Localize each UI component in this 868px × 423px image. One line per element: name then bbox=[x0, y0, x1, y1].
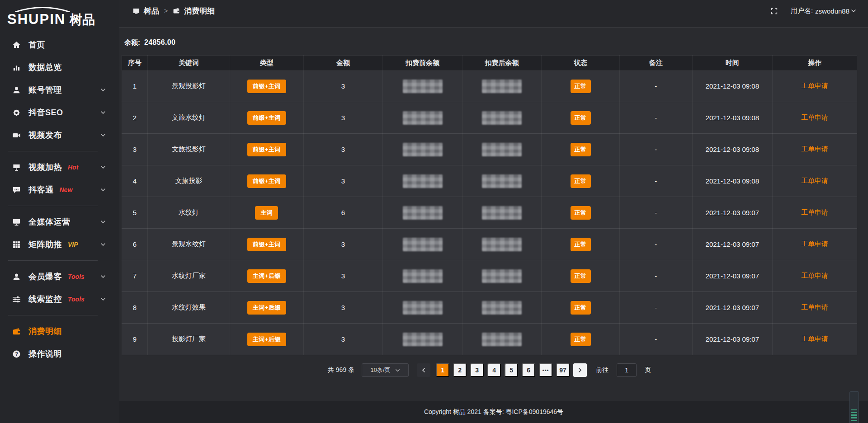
cell-index: 3 bbox=[122, 134, 148, 165]
table-row: 2文旅水纹灯前缀+主词3正常-2021-12-03 09:08工单申请 bbox=[122, 102, 857, 134]
sidebar-item-home[interactable]: 首页 bbox=[0, 33, 119, 56]
sidebar-item-label: 消费明细 bbox=[28, 326, 62, 337]
jump-page-input[interactable] bbox=[617, 363, 637, 377]
floating-widget[interactable] bbox=[849, 391, 859, 423]
page-buttons: 123456•••97 bbox=[436, 363, 570, 377]
page-size-select[interactable]: 10条/页 bbox=[362, 363, 409, 377]
cell-balance-after bbox=[462, 102, 542, 134]
cell-remark: - bbox=[619, 70, 692, 102]
breadcrumb-root[interactable]: 树品 bbox=[144, 6, 159, 16]
cell-status: 正常 bbox=[542, 102, 619, 134]
masked-value bbox=[482, 143, 522, 156]
page-more-button[interactable]: ••• bbox=[539, 363, 552, 377]
breadcrumb: 树品 > 消费明细 bbox=[133, 6, 215, 16]
page-button-1[interactable]: 1 bbox=[436, 363, 449, 377]
page-size-value: 10条/页 bbox=[371, 366, 391, 374]
page-button-5[interactable]: 5 bbox=[505, 363, 518, 377]
cell-index: 7 bbox=[122, 260, 148, 292]
status-badge: 正常 bbox=[571, 301, 591, 315]
sidebar-item-member-burst[interactable]: 会员爆客Tools bbox=[0, 265, 119, 288]
chat-icon bbox=[12, 185, 21, 194]
work-order-link[interactable]: 工单申请 bbox=[801, 272, 828, 279]
work-order-link[interactable]: 工单申请 bbox=[801, 113, 828, 121]
column-header: 序号 bbox=[122, 56, 148, 70]
cell-type: 前缀+主词 bbox=[230, 165, 304, 197]
prev-page-button[interactable] bbox=[417, 363, 430, 377]
cell-remark: - bbox=[619, 197, 692, 229]
page-button-2[interactable]: 2 bbox=[453, 363, 467, 377]
work-order-link[interactable]: 工单申请 bbox=[801, 303, 828, 311]
cell-balance-before bbox=[383, 102, 462, 134]
type-badge: 主词+后缀 bbox=[247, 269, 286, 283]
masked-value bbox=[403, 111, 443, 125]
sidebar-item-label: 视频发布 bbox=[28, 130, 62, 141]
cell-balance-after bbox=[462, 165, 542, 197]
sidebar-item-clue-monitor[interactable]: 线索监控Tools bbox=[0, 288, 119, 310]
table-row: 9投影灯厂家主词+后缀3正常-2021-12-03 09:07工单申请 bbox=[122, 324, 857, 355]
cell-index: 2 bbox=[122, 102, 148, 134]
sidebar-item-instructions[interactable]: ?操作说明 bbox=[0, 343, 119, 365]
masked-value bbox=[482, 174, 522, 188]
cell-status: 正常 bbox=[542, 134, 619, 165]
fullscreen-icon[interactable] bbox=[770, 7, 778, 15]
jump-label: 前往 bbox=[596, 366, 609, 374]
sidebar-item-consume-detail[interactable]: 消费明细 bbox=[0, 320, 119, 343]
work-order-link[interactable]: 工单申请 bbox=[801, 82, 828, 89]
sidebar-item-data-overview[interactable]: 数据总览 bbox=[0, 56, 119, 79]
work-order-link[interactable]: 工单申请 bbox=[801, 145, 828, 153]
table-row: 8水纹灯效果主词+后缀3正常-2021-12-03 09:07工单申请 bbox=[122, 292, 857, 324]
work-order-link[interactable]: 工单申请 bbox=[801, 177, 828, 184]
column-header: 状态 bbox=[542, 56, 619, 70]
pagination: 共 969 条 10条/页 123456•••97 前往 页 bbox=[122, 362, 857, 378]
cell-remark: - bbox=[619, 292, 692, 324]
logo-text-cn: 树品 bbox=[70, 14, 95, 26]
sidebar-item-douketong[interactable]: 抖客通New bbox=[0, 179, 119, 201]
sidebar-item-douyin-seo[interactable]: 抖音SEO bbox=[0, 101, 119, 124]
column-header: 时间 bbox=[692, 56, 772, 70]
cell-balance-after bbox=[462, 260, 542, 292]
sidebar-item-video-heating[interactable]: 视频加热Hot bbox=[0, 156, 119, 179]
cell-type: 前缀+主词 bbox=[230, 70, 304, 102]
table-row: 4文旅投影前缀+主词3正常-2021-12-03 09:08工单申请 bbox=[122, 165, 857, 197]
sidebar-item-label: 会员爆客 bbox=[28, 271, 62, 282]
chevron-down-icon[interactable] bbox=[851, 8, 856, 14]
cell-action: 工单申请 bbox=[772, 292, 857, 324]
work-order-link[interactable]: 工单申请 bbox=[801, 240, 828, 248]
cell-index: 1 bbox=[122, 70, 148, 102]
member-icon bbox=[12, 272, 21, 281]
page-button-4[interactable]: 4 bbox=[487, 363, 501, 377]
sidebar-item-media-operation[interactable]: 全媒体运营 bbox=[0, 211, 119, 233]
masked-value bbox=[482, 206, 522, 220]
sidebar-divider bbox=[8, 315, 98, 315]
work-order-link[interactable]: 工单申请 bbox=[801, 208, 828, 216]
type-badge: 前缀+主词 bbox=[247, 111, 286, 125]
logo[interactable]: SHUPIN 树品 bbox=[0, 0, 119, 29]
cell-action: 工单申请 bbox=[772, 229, 857, 260]
masked-value bbox=[482, 111, 522, 125]
masked-value bbox=[482, 333, 522, 346]
sidebar-nav: 首页数据总览账号管理抖音SEO视频发布视频加热Hot抖客通New全媒体运营矩阵助… bbox=[0, 29, 119, 365]
sidebar-item-account-manage[interactable]: 账号管理 bbox=[0, 79, 119, 101]
page-button-6[interactable]: 6 bbox=[522, 363, 535, 377]
masked-value bbox=[403, 238, 443, 251]
cell-balance-before bbox=[383, 260, 462, 292]
page-button-3[interactable]: 3 bbox=[470, 363, 484, 377]
next-page-button[interactable] bbox=[573, 363, 587, 377]
sidebar-item-label: 抖音SEO bbox=[28, 107, 63, 118]
page-button-97[interactable]: 97 bbox=[556, 363, 570, 377]
masked-value bbox=[403, 174, 443, 188]
username[interactable]: zswodun88 bbox=[815, 7, 849, 15]
status-badge: 正常 bbox=[571, 238, 591, 251]
masked-value bbox=[403, 80, 443, 93]
work-order-link[interactable]: 工单申请 bbox=[801, 335, 828, 343]
cell-type: 主词 bbox=[230, 197, 304, 229]
sidebar-item-video-publish[interactable]: 视频发布 bbox=[0, 124, 119, 146]
balance: 余额:24856.00 bbox=[124, 38, 857, 47]
type-badge: 主词+后缀 bbox=[247, 301, 286, 315]
cell-keyword: 景观水纹灯 bbox=[147, 229, 230, 260]
cell-action: 工单申请 bbox=[772, 134, 857, 165]
masked-value bbox=[403, 143, 443, 156]
cell-balance-before bbox=[383, 165, 462, 197]
sidebar-item-matrix-boost[interactable]: 矩阵助推VIP bbox=[0, 233, 119, 256]
home-icon bbox=[12, 40, 21, 49]
